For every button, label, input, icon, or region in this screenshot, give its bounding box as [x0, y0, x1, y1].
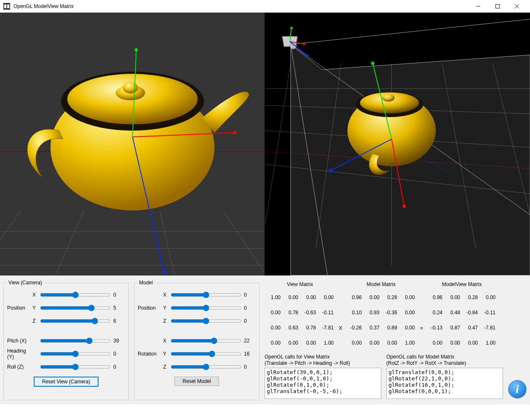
- view-pos-z-slider[interactable]: [40, 316, 111, 326]
- maximize-button[interactable]: [488, 0, 507, 13]
- matrix-cell: -7.81: [318, 320, 335, 335]
- app-icon: [3, 3, 10, 10]
- matrix-cell: 0.00: [346, 335, 364, 350]
- matrix-cell: 1.00: [318, 335, 335, 350]
- view-heading-slider[interactable]: [40, 349, 111, 358]
- view-pitch-slider[interactable]: [40, 336, 111, 345]
- matrix-cell: 0.00: [444, 335, 462, 350]
- calls-view-code[interactable]: [265, 368, 381, 399]
- model-pos-z-slider[interactable]: [171, 316, 241, 326]
- view-roll-value: 0: [113, 364, 125, 370]
- view-roll-label: Roll (Z): [7, 364, 31, 370]
- model-rot-z-slider[interactable]: [171, 362, 241, 372]
- svg-point-53: [402, 205, 406, 208]
- close-button[interactable]: [507, 0, 527, 13]
- view-pos-y-value: 5: [113, 305, 125, 311]
- matrix-cell: 0.00: [364, 335, 381, 350]
- model-pos-x-slider[interactable]: [171, 290, 241, 300]
- svg-point-47: [306, 54, 309, 57]
- calls-view-subtitle: (Translate -> Pitch -> Heading -> Roll): [265, 360, 381, 366]
- matrix-cell: 0.93: [364, 305, 381, 320]
- world-viewport[interactable]: [265, 13, 530, 276]
- matrix-cell: 1.00: [265, 290, 282, 305]
- model-pos-y-label: Y: [161, 305, 168, 311]
- svg-point-24: [163, 270, 166, 273]
- svg-point-22: [134, 48, 138, 51]
- matrix-cell: -0.11: [318, 305, 335, 320]
- svg-line-9: [0, 211, 21, 276]
- model-pos-z-label: Z: [161, 318, 168, 324]
- svg-rect-0: [4, 4, 6, 8]
- minimize-button[interactable]: [468, 0, 488, 13]
- model-pos-y-slider[interactable]: [171, 303, 241, 313]
- model-rot-x-slider[interactable]: [171, 336, 241, 345]
- matrix-cell: 0.00: [300, 290, 318, 305]
- view-heading-label: Heading (Y): [7, 348, 31, 360]
- matrix-cell: 0.00: [265, 320, 282, 335]
- matrix-cell: 0.00: [399, 290, 417, 305]
- matrix-cell: 0.00: [265, 305, 282, 320]
- matrix-cell: 0.78: [300, 320, 318, 335]
- matrix-cell: 0.00: [399, 320, 417, 335]
- matrix-cell: 0.63: [282, 320, 300, 335]
- view-pos-x-slider[interactable]: [40, 290, 111, 300]
- reset-view-button[interactable]: Reset View (Camera): [34, 377, 99, 387]
- model-rot-x-label: X: [161, 338, 168, 344]
- model-rotation-label: Rotation: [138, 351, 161, 357]
- model-rot-x-value: 22: [244, 338, 256, 344]
- matrix-cell: 0.28: [462, 290, 479, 305]
- svg-point-57: [329, 169, 332, 172]
- view-pitch-label: Pitch (X): [7, 338, 31, 344]
- camera-viewport[interactable]: [0, 13, 265, 276]
- matrix-cell: -0.11: [479, 305, 497, 320]
- view-camera-panel: View (Camera) X 0 Position Y 5 Z 6 Pitch…: [3, 280, 129, 400]
- matrix-cell: 0.00: [364, 290, 381, 305]
- matrix-cell: 0.47: [462, 320, 479, 335]
- matrix-cell: 0.00: [300, 335, 318, 350]
- matrix-cell: 0.89: [381, 320, 399, 335]
- svg-rect-1: [7, 4, 9, 8]
- view-matrix-title: View Matrix: [265, 281, 335, 287]
- svg-point-18: [123, 82, 138, 94]
- view-matrix: 1.000.000.000.000.000.78-0.63-0.110.000.…: [265, 290, 335, 350]
- model-pos-y-value: 0: [244, 305, 256, 311]
- reset-model-button[interactable]: Reset Model: [174, 377, 219, 386]
- info-button[interactable]: i: [508, 380, 527, 399]
- model-pos-x-label: X: [161, 292, 168, 298]
- model-pos-x-value: 0: [244, 292, 256, 298]
- svg-line-29: [265, 63, 291, 223]
- model-panel: Model X 0 Position Y 0 Z 0 X 22 Rotation: [134, 280, 260, 400]
- matrix-cell: 0.10: [346, 305, 364, 320]
- calls-view-title: OpenGL calls for View Matrix: [265, 354, 381, 360]
- matrix-cell: 0.96: [426, 290, 444, 305]
- matrix-cell: -0.63: [300, 305, 318, 320]
- matrix-cell: 0.00: [399, 305, 417, 320]
- view-camera-legend: View (Camera): [7, 280, 43, 286]
- model-legend: Model: [138, 280, 154, 286]
- view-pos-x-label: X: [31, 292, 37, 298]
- model-position-label: Position: [138, 305, 161, 311]
- matrix-cell: 0.00: [282, 335, 300, 350]
- matrix-cell: 0.37: [364, 320, 381, 335]
- model-matrix-title: Model Matrix: [346, 281, 417, 287]
- svg-point-55: [371, 62, 375, 65]
- model-pos-z-value: 0: [244, 318, 256, 324]
- multiply-op: X: [338, 325, 343, 331]
- model-rot-y-slider[interactable]: [171, 349, 241, 358]
- matrix-cell: 1.00: [479, 335, 497, 350]
- view-pos-y-slider[interactable]: [40, 303, 111, 313]
- view-heading-value: 0: [113, 351, 125, 357]
- matrix-cell: 0.48: [444, 305, 462, 320]
- matrix-cell: 0.00: [318, 290, 335, 305]
- matrix-cell: -0.84: [462, 305, 479, 320]
- svg-line-12: [223, 211, 265, 276]
- view-roll-slider[interactable]: [40, 362, 111, 372]
- calls-model-code[interactable]: [386, 368, 503, 399]
- matrix-cell: 0.87: [444, 320, 462, 335]
- svg-point-20: [233, 131, 236, 134]
- window-title: OpenGL ModelView Matrix: [13, 3, 468, 9]
- calls-model-subtitle: (RotZ -> RotY -> RotX -> Translate): [386, 360, 503, 366]
- matrix-cell: -0.13: [426, 320, 444, 335]
- view-pos-y-label: Y: [31, 305, 37, 311]
- matrix-cell: 1.00: [399, 335, 417, 350]
